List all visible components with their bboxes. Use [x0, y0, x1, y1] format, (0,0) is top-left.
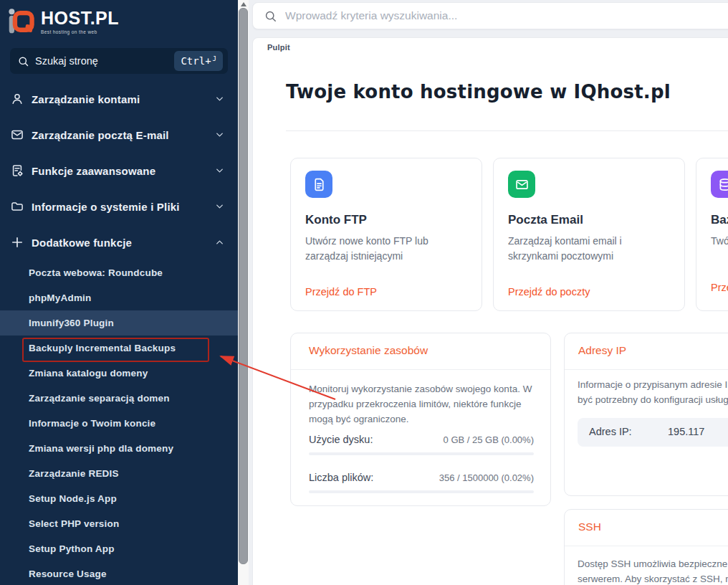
card-title: Bazy danych — [711, 213, 728, 227]
envelope-icon — [514, 177, 530, 192]
search-icon — [264, 9, 277, 23]
ftp-link[interactable]: Przejdź do FTP — [305, 286, 377, 298]
ip-card: Adresy IP Informacje o przypisanym adres… — [564, 333, 728, 496]
disk-usage-row: Użycie dysku: 0 GB / 25 GB (0.00%) — [309, 434, 534, 445]
ftp-card: Konto FTP Utwórz nowe konto FTP lub zarz… — [290, 158, 482, 311]
scrollbar-thumb[interactable] — [239, 8, 248, 564]
sidebar-item-zarzadzanie-kontami[interactable]: Zarządzanie kontami — [0, 81, 238, 117]
sidebar-search[interactable]: Ctrl+J — [10, 48, 228, 74]
databases-card-icon-bg — [711, 171, 728, 198]
card-title: Konto FTP — [305, 213, 367, 227]
sidebar-item-informacje-o-systemie[interactable]: Informacje o systemie i Pliki — [0, 189, 238, 224]
ip-description-line2: być potrzebny do konfiguracji usług zewn… — [578, 394, 728, 405]
screen: HOST.PL Best hosting on the web Ctrl+J Z… — [0, 0, 728, 585]
logo-name: HOST.PL — [41, 9, 119, 27]
global-search-input[interactable] — [285, 9, 686, 22]
file-count-row: Liczba plików: 356 / 1500000 (0.02%) — [309, 472, 534, 483]
chevron-up-icon — [214, 237, 225, 248]
global-search-bar[interactable] — [252, 2, 728, 29]
sidebar-item-label: Zarządzanie pocztą E-mail — [32, 129, 169, 141]
submenu-item-nodejs[interactable]: Setup Node.js App — [0, 486, 238, 511]
sidebar-item-funkcje-zaawansowane[interactable]: Funkcje zaawansowane — [0, 153, 238, 189]
ftp-card-icon-bg — [305, 171, 332, 198]
ip-address-value: 195.117 — [668, 426, 704, 437]
divider — [565, 546, 728, 546]
submenu-item-roundcube[interactable]: Poczta webowa: Roundcube — [0, 260, 238, 285]
ip-address-label: Adres IP: — [589, 426, 632, 437]
sidebar-menu: Zarządzanie kontami Zarządzanie pocztą E… — [0, 81, 238, 260]
divider — [286, 130, 728, 131]
sidebar-item-zarzadzanie-poczta[interactable]: Zarządzanie pocztą E-mail — [0, 117, 238, 153]
chevron-down-icon — [214, 166, 225, 176]
plus-icon — [10, 235, 24, 249]
user-icon — [10, 92, 24, 106]
sidebar: HOST.PL Best hosting on the web Ctrl+J Z… — [0, 0, 238, 585]
submenu-item-informacje-konto[interactable]: Informacje o Twoim koncie — [0, 411, 238, 436]
divider — [291, 369, 550, 370]
submenu-item-separacja-domen[interactable]: Zarządzanie separacją domen — [0, 386, 238, 411]
doc-gear-icon — [10, 163, 24, 178]
ip-description-line1: Informacje o przypisanym adresie IP, któ… — [578, 379, 728, 390]
chevron-down-icon — [214, 130, 225, 141]
disk-usage-label: Użycie dysku: — [309, 434, 373, 445]
divider — [565, 369, 728, 370]
file-count-label: Liczba plików: — [309, 472, 373, 483]
submenu-item-python[interactable]: Setup Python App — [0, 536, 238, 561]
card-description: Monitoruj wykorzystanie zasobów swojego … — [309, 381, 538, 427]
card-title: Poczta Email — [508, 213, 583, 227]
iq-logo-icon — [7, 6, 36, 36]
card-description: Utwórz nowe konto FTP lub zarządzaj istn… — [305, 234, 471, 264]
page-title: Twoje konto hostingowe w IQhost.pl — [286, 81, 671, 103]
folder-icon — [10, 199, 24, 214]
database-icon — [717, 177, 728, 192]
disk-usage-value: 0 GB / 25 GB (0.00%) — [444, 434, 534, 445]
submenu-item-zmiana-wersji-php[interactable]: Zmiana wersji php dla domeny — [0, 436, 238, 461]
ssh-card: SSH Dostęp SSH umożliwia bezpieczne połą… — [564, 509, 728, 585]
file-count-progressbar — [309, 490, 534, 493]
logo-tagline: Best hosting on the web — [41, 29, 119, 34]
sidebar-scrollbar[interactable] — [238, 0, 249, 585]
search-icon — [17, 55, 29, 67]
email-card: Poczta Email Zarządzaj kontami email i s… — [493, 158, 685, 311]
sidebar-submenu: Poczta webowa: Roundcube phpMyAdmin Imun… — [0, 260, 238, 585]
email-card-icon-bg — [508, 171, 535, 198]
sidebar-item-label: Funkcje zaawansowane — [32, 165, 155, 177]
main-content: Pulpit Twoje konto hostingowe w IQhost.p… — [252, 37, 728, 585]
submenu-item-phpmyadmin[interactable]: phpMyAdmin — [0, 285, 238, 310]
submenu-item-select-php[interactable]: Select PHP version — [0, 511, 238, 536]
ssh-description-line2: serwerem. Aby skorzystać z SSH, należy w… — [578, 574, 728, 584]
sidebar-search-input[interactable] — [35, 55, 150, 67]
email-link[interactable]: Przejdź do poczty — [508, 286, 590, 298]
sidebar-item-label: Dodatkowe funkcje — [32, 237, 132, 249]
submenu-item-resource-usage[interactable]: Resource Usage — [0, 561, 238, 585]
chevron-down-icon — [214, 94, 225, 105]
breadcrumb[interactable]: Pulpit — [267, 43, 290, 52]
chevron-down-icon — [214, 201, 225, 212]
submenu-item-zmiana-katalogu[interactable]: Zmiana katalogu domeny — [0, 361, 238, 386]
submenu-item-backuply[interactable]: Backuply Incremental Backups — [0, 336, 238, 361]
card-title: Wykorzystanie zasobów — [309, 344, 428, 357]
card-description: Zarządzaj kontami email i skrzynkami poc… — [508, 234, 674, 264]
submenu-item-imunify360[interactable]: Imunify360 Plugin — [0, 310, 238, 336]
resources-card: Wykorzystanie zasobów Monitoruj wykorzys… — [290, 333, 551, 506]
sidebar-item-label: Zarządzanie kontami — [32, 93, 140, 105]
card-description: Twórz i zarządzaj bazami danych — [711, 234, 728, 249]
document-icon — [312, 177, 327, 192]
sidebar-item-dodatkowe-funkcje[interactable]: Dodatkowe funkcje — [0, 224, 238, 260]
submenu-item-redis[interactable]: Zarządzanie REDIS — [0, 461, 238, 486]
ssh-description-line1: Dostęp SSH umożliwia bezpieczne połączen… — [578, 558, 728, 569]
disk-usage-progressbar — [309, 452, 534, 455]
sidebar-item-label: Informacje o systemie i Pliki — [32, 201, 180, 213]
mail-icon — [10, 128, 24, 142]
card-title: SSH — [578, 520, 601, 533]
databases-card: Bazy danych Twórz i zarządzaj bazami dan… — [696, 158, 728, 311]
file-count-value: 356 / 1500000 (0.02%) — [439, 472, 534, 483]
ip-address-row: Adres IP: 195.117 — [578, 418, 728, 447]
databases-link[interactable]: Przejdź do baz danych — [711, 282, 728, 293]
app-logo[interactable]: HOST.PL Best hosting on the web — [7, 6, 119, 36]
scrollbar-up-arrow-icon[interactable] — [241, 2, 246, 6]
card-title: Adresy IP — [578, 344, 626, 357]
shortcut-badge: Ctrl+J — [174, 51, 223, 71]
